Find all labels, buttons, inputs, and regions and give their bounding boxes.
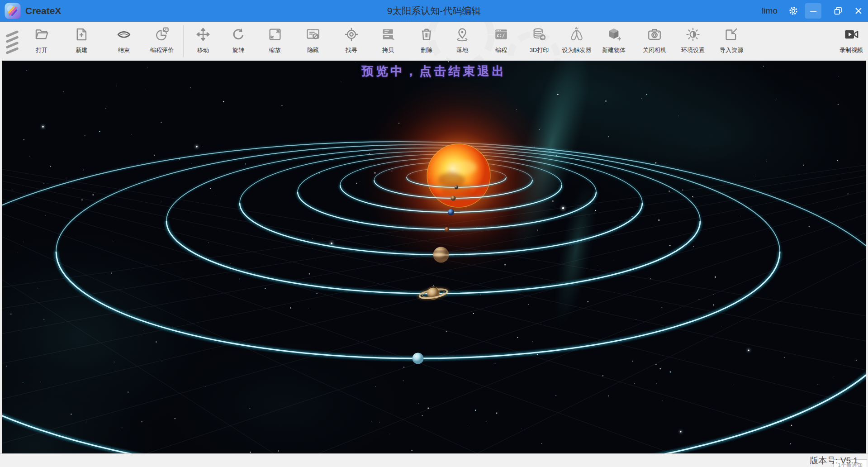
title-bar: CreateX 9太阳系认知-代码编辑 limo bbox=[0, 0, 868, 22]
toolbar-item-new[interactable]: 新建 bbox=[68, 24, 95, 58]
toolbar-item-label: 编程 bbox=[488, 47, 515, 53]
record-video-icon bbox=[836, 24, 867, 44]
menu-stripes-icon[interactable] bbox=[4, 28, 25, 54]
solar-system-scene bbox=[2, 61, 866, 453]
toolbar-item-label: 环境设置 bbox=[678, 47, 708, 53]
toolbar-item-label: 缩放 bbox=[261, 47, 289, 53]
planet-uranus bbox=[413, 353, 424, 364]
toolbar-item-open[interactable]: 打开 bbox=[28, 24, 55, 58]
toolbar-item-label: 新建物体 bbox=[598, 47, 629, 53]
planet-mars bbox=[445, 227, 449, 232]
createx-window: CreateX 9太阳系认知-代码编辑 limo bbox=[0, 0, 868, 467]
toolbar-item-print-3d[interactable]: 3D打印 bbox=[524, 24, 555, 58]
planet-venus bbox=[451, 195, 455, 200]
window-title: 9太阳系认知-代码编辑 bbox=[0, 0, 868, 22]
toolbar-item-import-assets[interactable]: 导入资源 bbox=[716, 24, 747, 58]
toolbar-item-label: 找寻 bbox=[338, 47, 365, 53]
viewport-frame: 预览中，点击结束退出 bbox=[0, 61, 868, 453]
crosshair-icon bbox=[338, 24, 365, 44]
toolbar-item-find[interactable]: 找寻 bbox=[338, 24, 365, 58]
lens-eye-icon bbox=[110, 24, 138, 44]
map-pin-icon bbox=[449, 24, 476, 44]
toolbar-item-label: 隐藏 bbox=[299, 47, 327, 53]
close-button[interactable] bbox=[850, 3, 867, 19]
toolbar-separator bbox=[183, 25, 184, 57]
camera-icon bbox=[639, 24, 670, 44]
file-plus-icon bbox=[68, 24, 95, 44]
toolbar-item-label: 关闭相机 bbox=[639, 47, 670, 53]
toolbar-item-label: 拷贝 bbox=[375, 47, 402, 53]
createx-logo-icon bbox=[5, 3, 21, 19]
toolbar-item-label: 删除 bbox=[413, 47, 440, 53]
minimize-icon bbox=[808, 6, 818, 16]
printer3d-icon bbox=[524, 24, 555, 44]
settings-button[interactable] bbox=[785, 3, 802, 19]
planet-mercury bbox=[455, 186, 458, 189]
toolbar-item-record-video[interactable]: 录制视频 bbox=[836, 24, 867, 58]
toolbar-item-label: 结束 bbox=[110, 47, 138, 53]
trigger-bottles-icon bbox=[558, 24, 595, 44]
toolbar-item-label: 移动 bbox=[190, 47, 217, 53]
preview-overlay-text: 预览中，点击结束退出 bbox=[362, 63, 507, 79]
toolbar-item-copy[interactable]: 拷贝 bbox=[375, 24, 402, 58]
toolbar-item-move[interactable]: 移动 bbox=[190, 24, 217, 58]
planet-jupiter bbox=[433, 247, 449, 263]
toolbar-item-hide[interactable]: 隐藏 bbox=[299, 24, 327, 58]
toolbar-item-label: 编程评价 bbox=[147, 47, 177, 53]
close-icon bbox=[854, 6, 863, 16]
folder-open-icon bbox=[28, 24, 55, 44]
toolbar-item-program[interactable]: c:/编程 bbox=[488, 24, 515, 58]
move-arrows-icon bbox=[190, 24, 217, 44]
status-bar: 版本号: V5.1 1个新通知 bbox=[0, 453, 868, 467]
toolbar-item-label: 设为触发器 bbox=[558, 47, 595, 53]
toolbar-item-label: 旋转 bbox=[225, 47, 252, 53]
toolbar-item-label: 3D打印 bbox=[524, 47, 555, 53]
restore-window-icon bbox=[833, 5, 844, 16]
version-label: 版本号: V5.1 bbox=[810, 454, 858, 467]
solar-system-viewport[interactable]: 预览中，点击结束退出 bbox=[2, 61, 866, 453]
toolbar-item-set-trigger[interactable]: 设为触发器 bbox=[558, 24, 595, 58]
app-name: CreateX bbox=[25, 0, 61, 22]
toolbar-item-program-evaluate[interactable]: 编程评价 bbox=[147, 24, 177, 58]
pie-info-icon bbox=[147, 24, 177, 44]
brightness-icon bbox=[678, 24, 708, 44]
toolbar-item-end[interactable]: 结束 bbox=[110, 24, 138, 58]
toolbar-item-label: 新建 bbox=[68, 47, 95, 53]
toolbar-item-label: 导入资源 bbox=[716, 47, 747, 53]
restore-button[interactable] bbox=[830, 3, 846, 19]
toolbar-item-delete[interactable]: 删除 bbox=[413, 24, 440, 58]
toolbar-item-rotate[interactable]: 旋转 bbox=[225, 24, 252, 58]
hide-panel-icon bbox=[299, 24, 327, 44]
trash-icon bbox=[413, 24, 440, 44]
copy-stack-icon bbox=[375, 24, 402, 44]
scale-icon bbox=[261, 24, 289, 44]
toolbar-item-label: 打开 bbox=[28, 47, 55, 53]
toolbar-item-new-object[interactable]: 新建物体 bbox=[598, 24, 629, 58]
minimize-button[interactable] bbox=[805, 3, 821, 19]
toolbar-item-label: 录制视频 bbox=[836, 47, 867, 53]
import-icon bbox=[716, 24, 747, 44]
gear-icon bbox=[787, 5, 799, 17]
toolbar-item-label: 落地 bbox=[449, 47, 476, 53]
toolbar-item-scale[interactable]: 缩放 bbox=[261, 24, 289, 58]
toolbar: 打开新建结束编程评价移动旋转缩放隐藏找寻拷贝删除落地c:/编程3D打印设为触发器… bbox=[0, 22, 868, 61]
code-window-icon: c:/ bbox=[488, 24, 515, 44]
user-name: limo bbox=[762, 0, 778, 22]
cube-plus-icon bbox=[598, 24, 629, 44]
toolbar-item-environment[interactable]: 环境设置 bbox=[678, 24, 708, 58]
sun bbox=[359, 76, 558, 275]
toolbar-item-land[interactable]: 落地 bbox=[449, 24, 476, 58]
rotate-icon bbox=[225, 24, 252, 44]
svg-text:c:/: c:/ bbox=[497, 33, 505, 38]
planet-earth bbox=[448, 209, 454, 215]
toolbar-item-close-camera[interactable]: 关闭相机 bbox=[639, 24, 670, 58]
